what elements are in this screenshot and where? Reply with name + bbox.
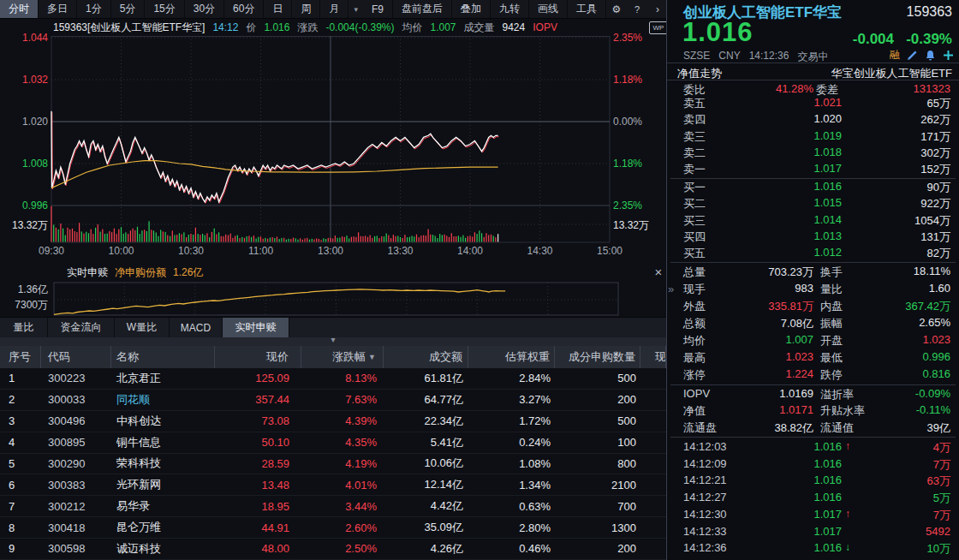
toolbar-tab-日[interactable]: 日	[264, 0, 292, 18]
table-row[interactable]: 8300418昆仑万维44.912.60%35.09亿2.80%1300	[0, 517, 666, 539]
seq-cell: 4	[0, 432, 41, 453]
column-header-现[interactable]: 现	[640, 346, 666, 368]
stat-value: 38.82亿	[774, 420, 813, 436]
stat-label: 流通值	[820, 420, 854, 436]
toolbar-tab-分时[interactable]: 分时	[0, 0, 39, 18]
extra-cell	[640, 368, 666, 389]
sort-arrow-icon[interactable]: ▼	[368, 353, 376, 361]
column-header-名称[interactable]: 名称	[111, 346, 215, 368]
code-cell: 300496	[41, 411, 111, 432]
table-row[interactable]: 6300383光环新网13.484.01%12.14亿1.34%2100	[0, 474, 666, 496]
toolbar-tool-盘前盘后[interactable]: 盘前盘后	[393, 0, 452, 18]
edit-pencil-icon[interactable]	[907, 50, 918, 61]
y-axis-label: 1.020	[0, 116, 48, 128]
table-row[interactable]: 3300496中科创达73.084.39%22.34亿1.72%500	[0, 411, 666, 432]
toolbar-tab-30分[interactable]: 30分	[185, 0, 224, 18]
tick-price: 1.016	[813, 491, 842, 503]
table-row[interactable]: 7300212易华录18.953.44%4.42亿0.63%700	[0, 496, 666, 517]
column-header-序号[interactable]: 序号	[0, 346, 41, 368]
bid-row-买一: 买一1.01690万	[667, 180, 959, 196]
stat-row-净值: 净值1.0171升贴水率-0.11%	[667, 403, 959, 420]
column-header-label: 现	[655, 349, 666, 365]
table-row[interactable]: 2300033同花顺357.447.63%64.77亿3.27%200	[0, 390, 666, 411]
code-cell: 300598	[41, 539, 111, 559]
stat-label: 净值	[683, 403, 706, 419]
table-row[interactable]: 9300598诚迈科技48.002.50%4.26亿0.46%200	[0, 539, 666, 560]
bid-label: 买一	[683, 180, 706, 195]
toolbar-tab-15分[interactable]: 15分	[145, 0, 184, 18]
nav-trend-label[interactable]: 净值走势	[677, 66, 722, 81]
toolbar-tool-九转[interactable]: 九转	[491, 0, 529, 18]
column-header-成分申购数量[interactable]: 成分申购数量	[555, 346, 640, 368]
extra-cell	[640, 432, 666, 453]
code-cell: 300418	[41, 517, 111, 538]
column-header-label: 成交额	[429, 349, 462, 365]
stat-value: 1.60	[929, 282, 950, 295]
toolbar-tool-工具[interactable]: 工具	[568, 0, 606, 18]
intraday-chart[interactable]	[0, 36, 666, 259]
table-row[interactable]: 1300223北京君正125.098.13%61.81亿2.84%500	[0, 368, 666, 390]
toolbar-tool-叠加[interactable]: 叠加	[452, 0, 491, 18]
stat-label: 现手	[683, 282, 706, 297]
price-line	[51, 111, 498, 202]
stat-value: 983	[795, 282, 813, 295]
ask-label: 卖五	[683, 96, 706, 111]
bid-label: 买三	[683, 213, 706, 229]
stat-label: 总量	[683, 265, 706, 280]
indicator-tab-实时申赎[interactable]: 实时申赎	[223, 318, 289, 337]
name-cell: 光环新网	[111, 474, 215, 495]
toolbar-tool-F9[interactable]: F9	[363, 0, 393, 18]
ask-price: 1.020	[813, 112, 842, 125]
price-cell: 357.44	[215, 390, 301, 410]
subscription-chart[interactable]	[0, 264, 666, 317]
tick-volume: 5万	[933, 491, 950, 506]
add-plus-icon[interactable]	[943, 50, 954, 61]
tick-price: 1.016	[813, 457, 842, 470]
code-cell: 300290	[41, 454, 111, 474]
code-cell: 300033	[41, 390, 111, 410]
column-header-涨跌幅[interactable]: 涨跌幅 ▼	[301, 346, 384, 368]
toolbar-tab-5分[interactable]: 5分	[111, 0, 146, 18]
tick-price: 1.017	[813, 525, 842, 538]
nav-row[interactable]: 净值走势 华宝创业板人工智能ETF	[667, 63, 959, 80]
indicator-tab-W量比[interactable]: W量比	[115, 318, 170, 337]
column-header-代码[interactable]: 代码	[41, 346, 111, 368]
indicator-tab-量比[interactable]: 量比	[0, 318, 48, 337]
alert-bell-icon[interactable]	[925, 50, 936, 61]
stat-value: 703.23万	[768, 265, 813, 280]
panel-expander-icon[interactable]: »	[668, 283, 674, 295]
tick-row: 14:12:211.01663万	[667, 474, 959, 490]
toolbar-tab-60分[interactable]: 60分	[224, 0, 264, 18]
indicator-tab-MACD[interactable]: MACD	[170, 318, 223, 337]
ask-row-卖二: 卖二1.018302万	[667, 146, 959, 162]
column-header-现价[interactable]: 现价	[215, 346, 301, 368]
iopv-label[interactable]: IOPV	[533, 21, 557, 33]
toolbar-tab-周[interactable]: 周	[292, 0, 320, 18]
toolbar-tab-1分[interactable]: 1分	[77, 0, 111, 18]
toolbar-tab-月[interactable]: 月	[320, 0, 348, 18]
price-label: 价	[246, 21, 256, 35]
table-row[interactable]: 5300290荣科科技28.594.19%10.06亿1.08%800	[0, 454, 666, 475]
quote-panel: 创业板人工智能ETF华宝 159363 1.016 -0.004 -0.39% …	[667, 0, 959, 560]
change-label: 涨跌	[297, 21, 318, 35]
help-icon[interactable]: ?	[627, 0, 647, 18]
collapse-chevron-icon[interactable]: ▾	[326, 335, 340, 344]
tick-row: 14:12:091.0167万	[667, 457, 959, 474]
section-divider	[670, 384, 956, 385]
collapse-strip[interactable]: ▾	[0, 337, 666, 346]
ask-row-卖一: 卖一1.017152万	[667, 162, 959, 178]
bid-row-买三: 买三1.0141054万	[667, 213, 959, 229]
toolbar-tab-多日[interactable]: 多日	[39, 0, 77, 18]
section-divider	[670, 437, 956, 438]
stat-label: 开盘	[820, 333, 843, 349]
chevron-right-icon[interactable]: ›	[647, 0, 668, 18]
price-cell: 73.08	[215, 411, 301, 432]
table-row[interactable]: 4300895铜牛信息50.104.35%5.41亿0.24%100	[0, 432, 666, 454]
toolbar-dropdown-caret-icon[interactable]: ▾	[348, 0, 363, 18]
indicator-tab-资金流向[interactable]: 资金流向	[48, 318, 115, 337]
turnover-cell: 22.34亿	[384, 411, 468, 432]
column-header-估算权重[interactable]: 估算权重	[468, 346, 555, 368]
gear-icon[interactable]: ⚙	[606, 0, 627, 18]
column-header-成交额[interactable]: 成交额	[384, 346, 468, 368]
toolbar-tool-画线[interactable]: 画线	[529, 0, 568, 18]
